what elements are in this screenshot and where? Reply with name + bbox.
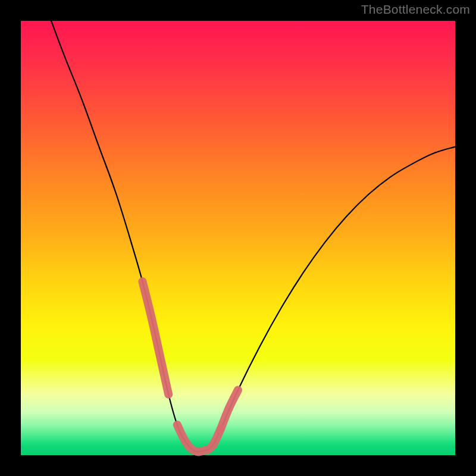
- bottleneck-curve: [51, 21, 455, 452]
- highlight-segment-2: [221, 390, 238, 430]
- curve-layer: [21, 21, 455, 455]
- chart-stage: TheBottleneck.com: [0, 0, 476, 476]
- watermark-text: TheBottleneck.com: [361, 2, 470, 17]
- highlight-segment-1: [177, 425, 221, 452]
- highlight-group: [142, 281, 238, 452]
- gradient-plot-area: [21, 21, 455, 455]
- highlight-segment-0: [142, 281, 168, 394]
